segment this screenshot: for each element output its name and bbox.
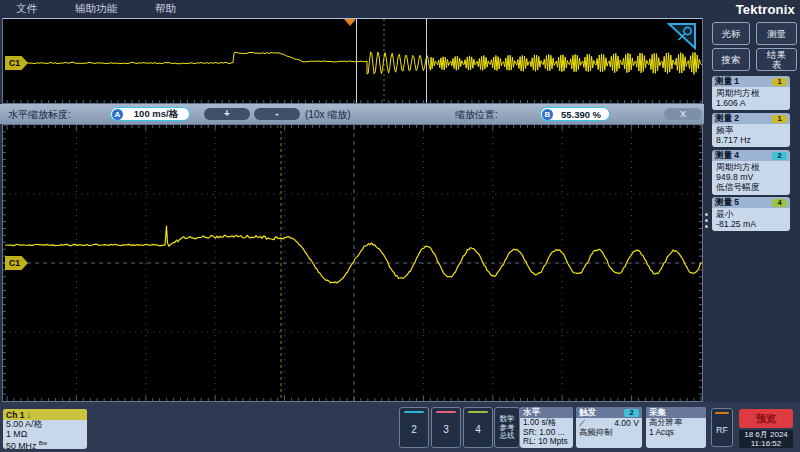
zoom-toolbar: 水平缩放标度: A 100 ms/格 + - (10x 缩放) 缩放位置: B …	[0, 104, 704, 124]
measurement-type: 周期均方根	[716, 162, 786, 172]
channel3-color-strip	[436, 411, 456, 413]
zoom-position-value: 55.390 %	[553, 109, 609, 120]
measurement-value: 949.8 mV	[716, 172, 786, 182]
measurement-5-title: 测量 5	[715, 197, 772, 209]
preview-button[interactable]: 预览	[739, 409, 793, 428]
source-badge: 4	[772, 199, 787, 207]
measurement-type: 频率	[716, 125, 786, 135]
measurement-value: 1.606 A	[716, 98, 786, 108]
rf-button[interactable]: RF	[711, 408, 733, 447]
zoom-scale-label: 水平缩放标度:	[8, 108, 71, 122]
measurement-2-panel[interactable]: 测量 2 1 频率 8.717 Hz	[712, 113, 790, 147]
zoom-window-left-edge[interactable]	[356, 19, 357, 103]
channel1-settings-badge[interactable]: Ch 1 ↓ 5.00 A/格 1 MΩ 50 MHz Bw	[3, 409, 87, 449]
channel4-label: 4	[464, 424, 492, 435]
measurement-1-title: 测量 1	[715, 76, 772, 88]
waveform-overview[interactable]: C1	[2, 18, 703, 104]
zoom-window-right-edge[interactable]	[426, 19, 427, 103]
bandwidth-limit-icon: Bw	[39, 440, 47, 446]
measurement-5-header: 测量 5 4	[712, 197, 790, 208]
results-table-button[interactable]: 结果 表	[756, 48, 797, 71]
results-sidebar: 光标 测量 搜索 结果 表 测量 1 1 周期均方根 1.606 A 测量 2 …	[704, 18, 800, 402]
source-badge: 1	[772, 115, 787, 123]
measure-button[interactable]: 测量	[756, 22, 797, 45]
source-badge: 2	[772, 152, 787, 160]
measurement-value: 8.717 Hz	[716, 135, 786, 145]
measurement-type: 最小	[716, 209, 786, 219]
channel4-button[interactable]: 4	[463, 407, 493, 448]
channel1-arrow-icon: ↓	[27, 410, 31, 420]
measurement-1-header: 测量 1 1	[712, 76, 790, 87]
measurement-type: 周期均方根	[716, 88, 786, 98]
trigger-coupling: 高频抑制	[576, 428, 642, 438]
source-badge: 1	[772, 78, 787, 86]
measurement-note: 低信号幅度	[716, 182, 786, 192]
time-label: 11:16:52	[739, 440, 793, 449]
status-bar: Ch 1 ↓ 5.00 A/格 1 MΩ 50 MHz Bw 2 3 4 数学 …	[0, 402, 800, 452]
measurement-value: -81.25 mA	[716, 219, 786, 229]
search-button[interactable]: 搜索	[712, 48, 750, 71]
menu-help[interactable]: 帮助	[155, 2, 176, 16]
channel3-button[interactable]: 3	[431, 407, 461, 448]
channel2-button[interactable]: 2	[399, 407, 429, 448]
zoom-scale-knob[interactable]: A 100 ms/格	[110, 107, 190, 121]
cursor-button[interactable]: 光标	[712, 22, 750, 45]
zoom-mode-icon[interactable]	[667, 22, 697, 50]
panel-drag-handle[interactable]	[705, 210, 710, 231]
measurement-4-title: 测量 4	[715, 150, 772, 162]
menu-bar: 文件 辅助功能 帮助 Tektronix	[0, 0, 800, 18]
measurement-2-header: 测量 2 1	[712, 113, 790, 124]
acquisition-settings-badge[interactable]: 采集 高分辨率 1 Acqs	[646, 407, 706, 448]
channel1-impedance: 1 MΩ	[3, 430, 87, 440]
channel3-label: 3	[432, 424, 460, 435]
tektronix-logo: Tektronix	[736, 2, 795, 17]
math-ref-bus-button[interactable]: 数学 参考 总线	[494, 407, 520, 448]
channel2-label: 2	[400, 424, 428, 435]
zoom-in-button[interactable]: +	[204, 108, 250, 120]
menu-utility[interactable]: 辅助功能	[75, 2, 117, 16]
trigger-settings-badge[interactable]: 触发 2 ⟋ 4.00 V 高频抑制	[576, 407, 642, 448]
acquisition-count: 1 Acqs	[646, 428, 706, 438]
measurement-2-title: 测量 2	[715, 113, 772, 125]
waveform-main-view[interactable]: C1	[2, 124, 703, 402]
measurement-4-panel[interactable]: 测量 4 2 周期均方根 949.8 mV 低信号幅度	[712, 150, 790, 195]
zoom-out-button[interactable]: -	[254, 108, 300, 120]
zoom-scale-value: 100 ms/格	[123, 108, 189, 121]
menu-file[interactable]: 文件	[16, 2, 37, 16]
rf-color-strip	[715, 412, 729, 414]
trigger-source-badge: 2	[624, 409, 639, 417]
zoom-factor-label: (10x 缩放)	[305, 108, 351, 122]
trigger-level: 4.00 V	[614, 418, 639, 428]
zoom-position-knob[interactable]: B 55.390 %	[540, 107, 610, 121]
channel4-color-strip	[468, 411, 488, 413]
horizontal-settings-badge[interactable]: 水平 1.00 s/格 SR: 1.00 ... RL: 10 Mpts	[520, 407, 573, 448]
channel2-color-strip	[404, 411, 424, 413]
measurement-1-panel[interactable]: 测量 1 1 周期均方根 1.606 A	[712, 76, 790, 110]
zoom-position-label: 缩放位置:	[455, 108, 498, 122]
measurement-5-panel[interactable]: 测量 5 4 最小 -81.25 mA	[712, 197, 790, 231]
channel1-label: Ch 1	[6, 410, 24, 420]
knob-a-icon: A	[112, 109, 123, 120]
oscilloscope-app: 文件 辅助功能 帮助 Tektronix C1 水平缩放标度: A 100 ms…	[0, 0, 800, 452]
trigger-position-marker	[344, 19, 356, 26]
zoom-close-button[interactable]: X	[664, 108, 702, 120]
record-length: RL: 10 Mpts	[520, 437, 573, 447]
datetime-display: 18 6月 2024 11:16:52	[739, 430, 793, 448]
knob-b-icon: B	[542, 109, 553, 120]
rf-label: RF	[712, 425, 732, 435]
overview-waveform	[3, 19, 702, 103]
trigger-title: 触发	[579, 407, 596, 419]
channel1-bandwidth: 50 MHz Bw	[3, 439, 87, 449]
main-waveform	[3, 125, 702, 401]
measurement-4-header: 测量 4 2	[712, 150, 790, 161]
